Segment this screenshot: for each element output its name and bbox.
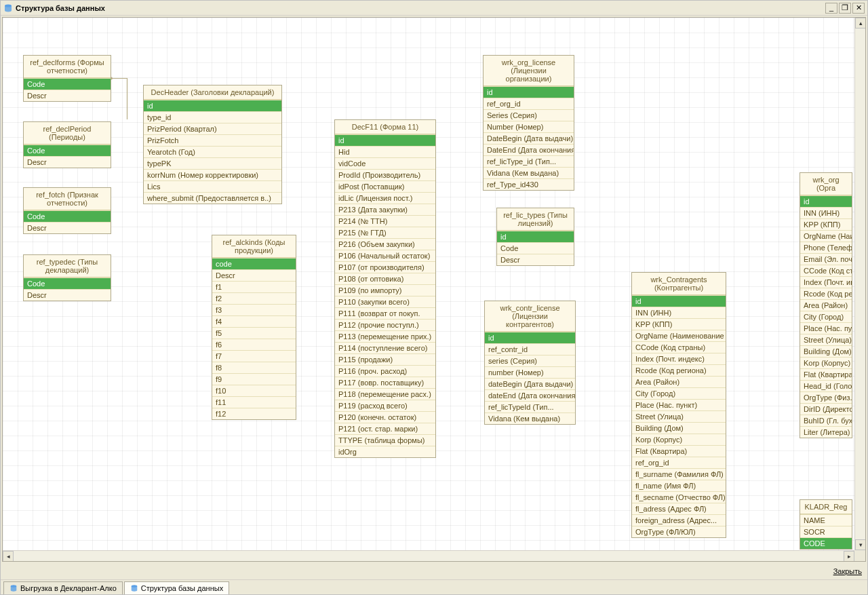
table-field[interactable]: ref_licType_id (Тип... [484,155,574,167]
table-field[interactable]: vidCode [335,157,435,169]
table-field[interactable]: DateBegin (Дата выдачи) [484,132,574,144]
table-field[interactable]: f1 [212,281,296,292]
table-field[interactable]: Code [24,145,111,156]
scroll-up-button[interactable]: ▴ [855,18,866,28]
table-field[interactable]: Place (Нас. пун [800,322,852,334]
table-ref_declforms[interactable]: ref_declforms (Формы отчетности)CodeDesc… [23,55,111,102]
table-field[interactable]: P111 (возврат от покуп. [335,307,435,319]
table-field[interactable]: where_submit (Предоставляется в..) [144,192,281,204]
table-field[interactable]: P120 (конечн. остаток) [335,411,435,423]
table-field[interactable]: fl_surname (Фамилия ФЛ) [632,468,726,480]
table-field[interactable]: idPost (Поставщик) [335,180,435,192]
table-field[interactable]: ref_Type_id430 [484,178,574,190]
table-field[interactable]: INN (ИНН) [800,207,852,218]
table-wrk_Contragents[interactable]: wrk_Contragents (Контрагенты)idINN (ИНН)… [631,272,726,538]
table-field[interactable]: P113 (перемещение прих.) [335,330,435,342]
table-field[interactable]: f6 [212,339,296,350]
table-field[interactable]: CCode (Код страны) [632,341,726,353]
table-field[interactable]: id [484,86,574,98]
table-field[interactable]: P112 (прочие поступл.) [335,319,435,330]
table-field[interactable]: Building (Дом) [800,345,852,357]
table-field[interactable]: f2 [212,292,296,304]
minimize-button[interactable]: _ [825,3,837,14]
table-ref_alckinds[interactable]: ref_alckinds (Коды продукции)codeDescrf1… [212,235,296,420]
table-field[interactable]: dateBegin (Дата выдачи) [485,378,575,389]
table-field[interactable]: Code [497,242,574,254]
table-field[interactable]: type_id [144,111,281,123]
table-field[interactable]: OrgName (Наименование [632,330,726,341]
table-field[interactable]: series (Серия) [485,355,575,366]
table-field[interactable]: id [497,231,574,242]
table-field[interactable]: CODE [800,537,852,549]
table-field[interactable]: OrgName (Наим [800,230,852,242]
table-ref_fotch[interactable]: ref_fotch (Признак отчетности)CodeDescr [23,187,111,234]
table-field[interactable]: idLic (Лицензия пост.) [335,192,435,204]
table-field[interactable]: Street (Улица) [632,410,726,422]
table-field[interactable]: f8 [212,362,296,373]
table-field[interactable]: Number (Номер) [484,121,574,132]
table-field[interactable]: P117 (вовр. поставщику) [335,377,435,388]
table-field[interactable]: OrgType (ФЛ/ЮЛ) [632,526,726,537]
table-field[interactable]: Descr [24,289,111,301]
table-field[interactable]: P116 (проч. расход) [335,365,435,377]
table-ref_lic_types[interactable]: ref_lic_types (Типы лицензий)idCodeDescr [496,208,574,266]
table-field[interactable]: P107 (от производителя) [335,261,435,273]
table-field[interactable]: f7 [212,350,296,362]
table-field[interactable]: idOrg [335,446,435,457]
hscroll-track[interactable] [14,551,844,561]
table-field[interactable]: id [335,134,435,146]
scroll-down-button[interactable]: ▾ [855,539,866,550]
table-field[interactable]: Flat (Квартира) [632,445,726,457]
table-field[interactable]: foreign_adress (Адрес... [632,514,726,526]
table-field[interactable]: code [212,258,296,269]
table-field[interactable]: id [144,100,281,111]
table-field[interactable]: ref_org_id [632,457,726,468]
table-field[interactable]: Area (Район) [632,376,726,387]
scroll-right-button[interactable]: ▸ [844,551,854,562]
table-field[interactable]: P115 (продажи) [335,353,435,365]
tab-db-structure[interactable]: Структура базы данных [124,581,229,594]
table-field[interactable]: Descr [212,269,296,281]
table-field[interactable]: P108 (от оптовика) [335,273,435,284]
table-field[interactable]: id [485,332,575,343]
table-field[interactable]: f3 [212,304,296,315]
table-field[interactable]: f12 [212,408,296,419]
scroll-left-button[interactable]: ◂ [3,551,14,562]
table-field[interactable]: Flat (Квартира) [800,368,852,380]
table-field[interactable]: Head_id (Голов [800,380,852,391]
table-field[interactable]: f10 [212,385,296,396]
table-field[interactable]: ref_licTypeId (Тип... [485,401,575,412]
table-field[interactable]: City (Город) [800,311,852,322]
table-field[interactable]: TTYPE (таблица формы) [335,434,435,446]
table-KLADR_Reg[interactable]: KLADR_RegNAMESOCRCODE [800,499,852,550]
table-wrk_org_license[interactable]: wrk_org_license (Лицензии организации)id… [483,55,574,191]
table-field[interactable]: P109 (по импорту) [335,284,435,296]
vscroll-track[interactable] [855,28,865,539]
table-field[interactable]: number (Номер) [485,366,575,378]
table-field[interactable]: PrizPeriod (Квартал) [144,123,281,134]
table-field[interactable]: SOCR [800,526,852,537]
table-field[interactable]: Lics [144,180,281,192]
table-field[interactable]: f11 [212,396,296,408]
table-field[interactable]: Place (Нас. пункт) [632,399,726,410]
table-field[interactable]: Series (Серия) [484,109,574,121]
table-field[interactable]: korrNum (Номер корректировки) [144,169,281,180]
table-field[interactable]: Korp (Корпус) [632,434,726,445]
table-ref_typedec[interactable]: ref_typedec (Типы деклараций)CodeDescr [23,254,111,301]
table-field[interactable]: fl_adress (Адрес ФЛ) [632,503,726,514]
table-field[interactable]: ref_org_id [484,98,574,109]
table-field[interactable]: Hid [335,146,435,157]
table-field[interactable]: P215 (№ ГТД) [335,227,435,238]
table-field[interactable]: P216 (Объем закупки) [335,238,435,250]
table-field[interactable]: KPP (КПП) [632,318,726,330]
maximize-button[interactable]: ❐ [839,3,851,14]
table-field[interactable]: CCode (Код стр [800,265,852,276]
table-field[interactable]: P106 (Начальный остаток) [335,250,435,261]
table-ref_declPeriod[interactable]: ref_declPeriod (Периоды)CodeDescr [23,121,111,168]
table-field[interactable]: P118 (перемещение расх.) [335,388,435,400]
table-field[interactable]: P214 (№ ТТН) [335,215,435,227]
table-field[interactable]: f9 [212,373,296,385]
table-field[interactable]: P121 (ост. стар. марки) [335,423,435,434]
table-field[interactable]: DirID (Директо [800,403,852,415]
table-wrk_org[interactable]: wrk_org (ОргаidINN (ИНН)KPP (КПП)OrgName… [800,172,852,438]
